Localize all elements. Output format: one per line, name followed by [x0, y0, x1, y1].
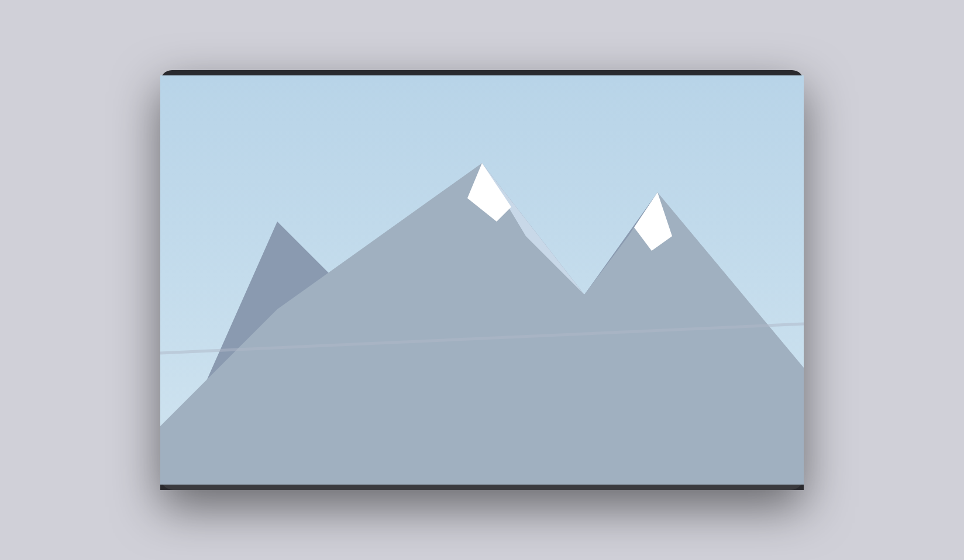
laptop-screen: DB Danielle Booker $13.26 Plz sponsor me… [184, 91, 780, 477]
laptop-frame: DB Danielle Booker $13.26 Plz sponsor me… [160, 70, 804, 490]
main-chat: Ski Trip plans 4 participants | 🖼 Galler… [353, 91, 780, 477]
message-row-photo: ❤️ 1 [365, 316, 769, 327]
chat-messages: L Lucy, 10:00 AM I created a spreadsheet… [353, 132, 780, 435]
